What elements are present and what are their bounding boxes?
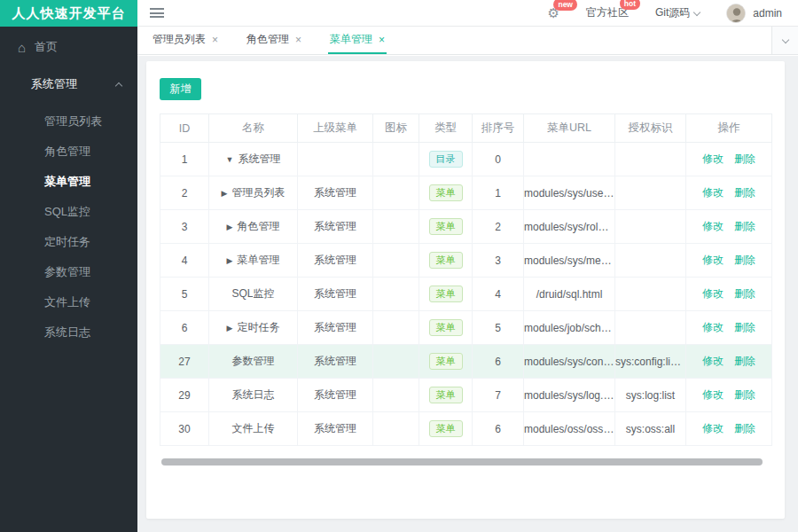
menu-table: ID名称上级菜单图标类型排序号菜单URL授权标识操作 1▼系统管理目录0修改删除… — [160, 113, 772, 446]
user-menu[interactable]: admin — [726, 4, 782, 23]
scrollbar-thumb[interactable] — [161, 458, 763, 466]
delete-link[interactable]: 删除 — [734, 153, 755, 165]
table-card: 新增 ID名称上级菜单图标类型排序号菜单URL授权标识操作 1▼系统管理目录0修… — [146, 61, 785, 519]
cell-id: 29 — [160, 379, 209, 412]
edit-link[interactable]: 修改 — [702, 287, 724, 300]
cell-url: modules/job/sche... — [524, 311, 615, 345]
cell-perms — [615, 210, 686, 244]
community-link[interactable]: 官方社区 hot — [586, 5, 629, 20]
sidebar-group-label: 系统管理 — [31, 76, 77, 92]
cell-name: ▶角色管理 — [209, 210, 298, 244]
cell-perms: sys:oss:all — [615, 412, 686, 446]
cell-sort: 2 — [473, 210, 524, 244]
edit-link[interactable]: 修改 — [702, 186, 724, 199]
type-badge: 菜单 — [429, 319, 463, 336]
cell-type: 菜单 — [419, 379, 473, 412]
sidebar-group-system[interactable]: 系统管理 — [0, 67, 137, 101]
close-icon[interactable]: × — [379, 35, 385, 45]
cell-parent: 系统管理 — [298, 210, 373, 244]
tab[interactable]: 菜单管理× — [328, 27, 387, 54]
table-row: 4▶菜单管理系统管理菜单3modules/sys/men...修改删除 — [160, 244, 772, 278]
cell-type: 菜单 — [419, 244, 473, 278]
delete-link[interactable]: 删除 — [734, 422, 755, 434]
column-header: 排序号 — [473, 114, 524, 143]
close-icon[interactable]: × — [212, 35, 218, 45]
cell-name: 系统日志 — [209, 379, 298, 412]
sidebar-item[interactable]: 菜单管理 — [0, 167, 137, 197]
delete-link[interactable]: 删除 — [734, 321, 755, 333]
cell-sort: 6 — [473, 412, 524, 446]
tab[interactable]: 管理员列表× — [151, 27, 220, 54]
edit-link[interactable]: 修改 — [702, 254, 724, 266]
type-badge: 目录 — [429, 151, 463, 168]
git-source-link[interactable]: Git源码 — [655, 5, 700, 20]
horizontal-scrollbar — [160, 458, 771, 466]
cell-id: 2 — [160, 176, 209, 210]
sidebar-item[interactable]: 管理员列表 — [0, 106, 137, 137]
sidebar: 人人快速开发平台 ⌂ 首页 系统管理 管理员列表角色管理菜单管理SQL监控定时任… — [0, 0, 137, 532]
caret-right-icon[interactable]: ▶ — [227, 256, 233, 265]
table-row: 5SQL监控系统管理菜单4/druid/sql.html修改删除 — [160, 278, 772, 311]
edit-link[interactable]: 修改 — [702, 321, 724, 333]
edit-link[interactable]: 修改 — [702, 355, 724, 367]
cell-actions: 修改删除 — [686, 278, 772, 311]
cell-id: 3 — [160, 210, 209, 244]
sidebar-item[interactable]: 参数管理 — [0, 257, 137, 287]
brand-title: 人人快速开发平台 — [0, 0, 137, 27]
type-badge: 菜单 — [429, 184, 463, 201]
tab-overflow-button[interactable] — [771, 27, 798, 54]
cell-sort: 4 — [473, 278, 524, 311]
cell-perms — [615, 143, 686, 176]
cell-perms: sys:config:list,sys:. — [615, 345, 686, 379]
table-row: 1▼系统管理目录0修改删除 — [160, 143, 772, 176]
username: admin — [753, 7, 782, 20]
delete-link[interactable]: 删除 — [734, 355, 755, 367]
cell-actions: 修改删除 — [686, 311, 772, 345]
cell-parent: 系统管理 — [298, 379, 373, 412]
type-badge: 菜单 — [429, 252, 463, 269]
delete-link[interactable]: 删除 — [734, 186, 755, 199]
menu-name: 角色管理 — [237, 220, 279, 232]
type-badge: 菜单 — [429, 420, 463, 437]
sidebar-item[interactable]: 文件上传 — [0, 287, 137, 317]
cell-perms — [615, 176, 686, 210]
caret-right-icon[interactable]: ▶ — [227, 324, 233, 332]
caret-right-icon[interactable]: ▶ — [227, 223, 233, 231]
cell-icon — [373, 244, 419, 278]
new-badge: new — [553, 0, 577, 11]
caret-down-icon[interactable]: ▼ — [226, 155, 234, 164]
topbar: ⚙ new 官方社区 hot Git源码 — [137, 0, 798, 27]
settings-link[interactable]: ⚙ new — [548, 6, 559, 20]
table-header-row: ID名称上级菜单图标类型排序号菜单URL授权标识操作 — [160, 114, 772, 143]
sidebar-item[interactable]: 角色管理 — [0, 137, 137, 167]
cell-actions: 修改删除 — [686, 210, 772, 244]
caret-right-icon[interactable]: ▶ — [222, 189, 228, 198]
git-source-label: Git源码 — [655, 5, 690, 20]
delete-link[interactable]: 删除 — [734, 254, 755, 266]
delete-link[interactable]: 删除 — [734, 388, 755, 401]
menu-name: 系统管理 — [238, 153, 280, 165]
cell-actions: 修改删除 — [686, 143, 772, 176]
close-icon[interactable]: × — [295, 35, 301, 45]
sidebar-submenu: 管理员列表角色管理菜单管理SQL监控定时任务参数管理文件上传系统日志 — [0, 101, 137, 348]
sidebar-item[interactable]: SQL监控 — [0, 197, 137, 227]
cell-url: modules/sys/role.... — [524, 210, 615, 244]
delete-link[interactable]: 删除 — [734, 287, 755, 300]
add-button[interactable]: 新增 — [160, 78, 201, 100]
edit-link[interactable]: 修改 — [702, 153, 724, 165]
cell-icon — [373, 311, 419, 345]
sidebar-item-home[interactable]: ⌂ 首页 — [0, 27, 137, 67]
delete-link[interactable]: 删除 — [734, 220, 755, 232]
edit-link[interactable]: 修改 — [702, 388, 724, 401]
edit-link[interactable]: 修改 — [702, 220, 724, 232]
cell-icon — [373, 210, 419, 244]
tab[interactable]: 角色管理× — [245, 27, 303, 54]
cell-type: 菜单 — [419, 278, 473, 311]
sidebar-item[interactable]: 系统日志 — [0, 317, 137, 348]
edit-link[interactable]: 修改 — [702, 422, 724, 434]
sidebar-item[interactable]: 定时任务 — [0, 227, 137, 257]
cell-url: modules/sys/log.h... — [524, 379, 615, 412]
chevron-up-icon — [115, 82, 122, 89]
hamburger-icon[interactable] — [150, 6, 164, 20]
menu-name: 定时任务 — [237, 321, 279, 333]
